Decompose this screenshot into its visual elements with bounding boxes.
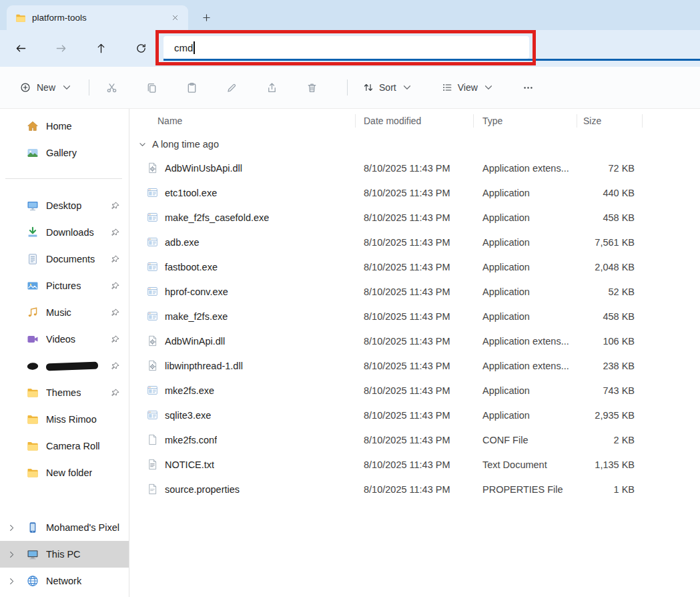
chevron-right-icon[interactable]	[7, 577, 16, 586]
view-button[interactable]: View	[435, 75, 500, 100]
file-row[interactable]: hprof-conv.exe 8/10/2025 11:43 PM Applic…	[129, 279, 700, 304]
file-row[interactable]: adb.exe 8/10/2025 11:43 PM Application 7…	[129, 230, 700, 254]
file-size: 458 KB	[577, 212, 643, 223]
see-more-button[interactable]	[515, 75, 542, 100]
sidebar-item-music[interactable]: Music	[0, 299, 129, 326]
sidebar-item-label: Downloads	[46, 227, 94, 238]
sidebar-item-mohamed-s-pixel[interactable]: Mohamed's Pixel	[0, 514, 129, 541]
file-row[interactable]: make_f2fs_casefold.exe 8/10/2025 11:43 P…	[129, 205, 700, 230]
file-type: Application	[474, 410, 577, 421]
sidebar-item-label: Videos	[46, 334, 75, 345]
dll-file-icon	[147, 162, 158, 174]
rename-button[interactable]	[218, 75, 245, 100]
column-header-size[interactable]: Size	[577, 114, 643, 128]
paste-button[interactable]	[178, 75, 205, 100]
sort-button[interactable]: Sort	[356, 75, 419, 100]
sidebar-quick-access-section: Desktop Downloads Documents Pictures Mus…	[0, 192, 129, 486]
delete-button[interactable]	[298, 75, 325, 100]
sidebar-item-documents[interactable]: Documents	[0, 246, 129, 272]
chevron-down-icon	[402, 82, 412, 93]
forward-button[interactable]	[47, 36, 74, 60]
arrow-up-icon	[95, 43, 107, 54]
redacted-icon	[27, 360, 39, 372]
exe-file-icon	[147, 311, 158, 322]
desktop-icon	[27, 200, 39, 212]
file-date-modified: 8/10/2025 11:43 PM	[356, 188, 474, 198]
back-button[interactable]	[7, 36, 34, 60]
sidebar-item-this-pc[interactable]: This PC	[0, 541, 129, 568]
sidebar-item-videos[interactable]: Videos	[0, 326, 129, 353]
file-date-modified: 8/10/2025 11:43 PM	[356, 336, 474, 347]
tab-platform-tools[interactable]: platform-tools	[7, 5, 188, 30]
sidebar-item[interactable]	[0, 353, 129, 379]
file-row[interactable]: mke2fs.conf 8/10/2025 11:43 PM CONF File…	[129, 427, 700, 452]
new-button[interactable]: New	[12, 75, 80, 100]
close-tab-button[interactable]	[167, 10, 183, 26]
exe-file-icon	[147, 187, 158, 198]
folder-icon	[27, 467, 39, 479]
sidebar-item-gallery[interactable]: Gallery	[0, 140, 129, 166]
file-row[interactable]: NOTICE.txt 8/10/2025 11:43 PM Text Docum…	[129, 452, 700, 477]
file-row[interactable]: source.properties 8/10/2025 11:43 PM PRO…	[129, 477, 700, 502]
up-button[interactable]	[87, 36, 114, 60]
cut-button[interactable]	[98, 75, 125, 100]
group-header[interactable]: A long time ago	[129, 133, 700, 156]
file-size: 72 KB	[577, 163, 643, 174]
file-size: 238 KB	[577, 361, 643, 371]
file-row[interactable]: make_f2fs.exe 8/10/2025 11:43 PM Applica…	[129, 304, 700, 329]
new-tab-button[interactable]	[195, 7, 218, 28]
sidebar-item-label: Home	[46, 121, 72, 132]
file-name: hprof-conv.exe	[165, 286, 228, 297]
file-date-modified: 8/10/2025 11:43 PM	[356, 385, 474, 396]
downloads-icon	[27, 226, 39, 238]
sidebar-item-label: Camera Roll	[46, 441, 100, 451]
column-header-name[interactable]: Name	[129, 114, 356, 128]
file-size: 2,048 KB	[577, 262, 643, 272]
file-type: Application extens...	[474, 336, 577, 347]
sidebar-item-label: Documents	[46, 254, 95, 264]
group-label: A long time ago	[152, 139, 219, 150]
pin-icon	[110, 361, 120, 371]
sidebar-item-label: This PC	[46, 549, 81, 560]
sidebar-item-miss-rimoo[interactable]: Miss Rimoo	[0, 406, 129, 433]
sidebar-item-downloads[interactable]: Downloads	[0, 219, 129, 246]
tab-title: platform-tools	[32, 13, 161, 23]
refresh-button[interactable]	[127, 36, 154, 60]
sidebar-item-camera-roll[interactable]: Camera Roll	[0, 433, 129, 459]
file-type: Application	[474, 286, 577, 297]
column-header-date-modified[interactable]: Date modified	[356, 114, 474, 128]
chevron-down-icon	[483, 82, 494, 93]
sidebar-item-themes[interactable]: Themes	[0, 379, 129, 406]
file-row[interactable]: AdbWinUsbApi.dll 8/10/2025 11:43 PM Appl…	[129, 156, 700, 180]
chevron-right-icon[interactable]	[7, 524, 16, 532]
share-icon	[266, 82, 278, 93]
share-button[interactable]	[258, 75, 285, 100]
file-row[interactable]: AdbWinApi.dll 8/10/2025 11:43 PM Applica…	[129, 329, 700, 353]
file-size: 440 KB	[577, 188, 643, 198]
sidebar-item-desktop[interactable]: Desktop	[0, 192, 129, 219]
dll-file-icon	[147, 335, 158, 347]
conf-file-icon	[147, 434, 158, 445]
exe-file-icon	[147, 261, 158, 272]
network-icon	[27, 575, 39, 587]
address-bar-input[interactable]: cmd	[163, 36, 529, 59]
file-row[interactable]: fastboot.exe 8/10/2025 11:43 PM Applicat…	[129, 254, 700, 279]
sidebar-item-home[interactable]: Home	[0, 113, 129, 140]
copy-button[interactable]	[138, 75, 165, 100]
file-row[interactable]: sqlite3.exe 8/10/2025 11:43 PM Applicati…	[129, 403, 700, 427]
folder-icon	[27, 413, 39, 425]
sidebar-item-new-folder[interactable]: New folder	[0, 459, 129, 486]
column-header-type[interactable]: Type	[474, 114, 577, 128]
navigation-bar: cmd	[0, 30, 700, 67]
file-row[interactable]: libwinpthread-1.dll 8/10/2025 11:43 PM A…	[129, 353, 700, 378]
file-size: 2 KB	[577, 435, 643, 445]
sidebar-item-pictures[interactable]: Pictures	[0, 272, 129, 299]
file-row[interactable]: mke2fs.exe 8/10/2025 11:43 PM Applicatio…	[129, 378, 700, 403]
sidebar-item-network[interactable]: Network	[0, 568, 129, 594]
properties-file-icon	[147, 483, 158, 495]
chevron-right-icon[interactable]	[7, 550, 16, 559]
sidebar-item-label: Pictures	[46, 280, 81, 291]
tab-bar: platform-tools	[0, 0, 700, 30]
file-size: 52 KB	[577, 286, 643, 297]
file-row[interactable]: etc1tool.exe 8/10/2025 11:43 PM Applicat…	[129, 180, 700, 205]
